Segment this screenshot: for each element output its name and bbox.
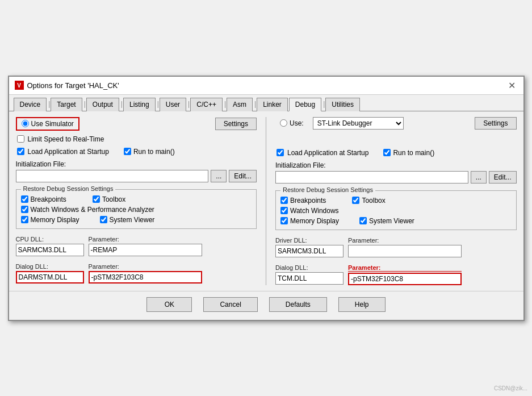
right-dialog-param-input[interactable] [348, 273, 462, 285]
panel-divider [266, 117, 266, 285]
tab-user[interactable]: User [160, 98, 186, 111]
right-driver-dll-section: Driver DLL: Parameter: [275, 237, 517, 257]
tab-asm[interactable]: Asm [227, 98, 253, 111]
right-system-viewer-label: System Viewer [369, 217, 414, 225]
right-restore-inner: Breakpoints Toolbox Watch Windows [280, 197, 512, 225]
left-toolbox-checkbox[interactable] [93, 195, 100, 203]
left-dialog-param-label: Parameter: [89, 263, 202, 270]
right-driver-dll-col: Driver DLL: [275, 237, 344, 257]
left-cpu-param-input[interactable] [89, 244, 202, 256]
help-button[interactable]: Help [338, 297, 386, 312]
right-toolbox-checkbox[interactable] [352, 197, 359, 204]
right-driver-param-input[interactable] [348, 245, 462, 257]
right-spacer [275, 134, 517, 144]
right-bp-toolbox-row: Breakpoints Toolbox [280, 197, 512, 205]
tab-cpp[interactable]: C/C++ [190, 98, 223, 111]
right-settings-button[interactable]: Settings [475, 117, 516, 130]
left-watch-checkbox[interactable] [21, 206, 28, 213]
right-driver-param-label: Parameter: [348, 237, 462, 244]
left-dialog-dll-col: Dialog DLL: [16, 263, 84, 284]
left-system-viewer-checkbox[interactable] [100, 216, 107, 223]
tab-linker[interactable]: Linker [257, 98, 288, 111]
left-dialog-param-col: Parameter: [89, 263, 202, 284]
left-cpu-dll-label: CPU DLL: [16, 236, 84, 243]
right-top-row: Use: ST-Link Debugger ▼ Settings [275, 117, 517, 130]
left-memory-label: Memory Display [31, 216, 79, 224]
left-run-to-main-label: Run to main() [133, 148, 175, 156]
left-load-row: Load Application at Startup Run to main(… [17, 148, 257, 156]
debugger-select[interactable]: ST-Link Debugger [313, 117, 404, 130]
left-init-file-label: Initialization File: [16, 160, 257, 168]
right-init-file-section: Initialization File: ... Edit... [275, 161, 517, 184]
left-run-to-main-checkbox[interactable] [124, 148, 131, 155]
left-breakpoints-label: Breakpoints [31, 195, 66, 203]
right-breakpoints-checkbox[interactable] [280, 197, 288, 204]
right-init-file-input[interactable] [275, 171, 468, 184]
left-dialog-dll-section: Dialog DLL: Parameter: [16, 263, 257, 284]
right-init-file-label: Initialization File: [275, 161, 517, 169]
left-edit-button[interactable]: Edit... [229, 170, 257, 182]
right-watch-checkbox[interactable] [280, 207, 288, 214]
right-load-app-label: Load Application at Startup [287, 149, 368, 157]
left-cpu-param-col: Parameter: [89, 236, 202, 256]
limit-speed-checkbox[interactable] [17, 135, 24, 143]
right-run-to-main-label: Run to main() [393, 149, 434, 157]
left-breakpoints-checkbox[interactable] [21, 195, 28, 203]
right-edit-button[interactable]: Edit... [489, 171, 517, 184]
right-memory-system-row: Memory Display System Viewer [280, 217, 512, 225]
left-init-file-section: Initialization File: ... Edit... [16, 160, 257, 182]
tab-output[interactable]: Output [86, 98, 119, 111]
left-memory-checkbox[interactable] [21, 216, 28, 223]
use-simulator-radio[interactable] [22, 120, 29, 127]
left-dialog-dll-input[interactable] [16, 271, 84, 284]
main-content: Use Simulator Settings Limit Speed to Re… [9, 111, 523, 291]
left-cpu-param-label: Parameter: [89, 236, 202, 243]
app-logo: V [15, 81, 24, 90]
left-restore-group: Restore Debug Session Settings Breakpoin… [16, 189, 257, 229]
dialog-window: V Options for Target 'HAL_CK' ✕ Device |… [8, 76, 525, 321]
left-load-app-checkbox[interactable] [17, 148, 24, 155]
left-browse-button[interactable]: ... [211, 170, 227, 182]
left-init-file-input[interactable] [16, 170, 209, 182]
tab-debug[interactable]: Debug [289, 98, 321, 111]
right-memory-label: Memory Display [290, 217, 339, 225]
ok-button[interactable]: OK [146, 297, 192, 312]
right-system-viewer-checkbox[interactable] [359, 217, 367, 224]
tab-device[interactable]: Device [14, 98, 47, 111]
tab-listing[interactable]: Listing [123, 98, 156, 111]
right-dialog-dll-label: Dialog DLL: [275, 264, 344, 271]
right-driver-dll-input[interactable] [275, 245, 344, 257]
use-simulator-box: Use Simulator [16, 117, 79, 131]
right-use-radio[interactable] [280, 119, 287, 127]
right-toolbox-label: Toolbox [362, 197, 385, 205]
title-bar: V Options for Target 'HAL_CK' ✕ [9, 77, 523, 95]
left-settings-button[interactable]: Settings [215, 118, 257, 130]
use-simulator-label: Use Simulator [31, 120, 74, 128]
right-use-box: Use: [275, 118, 308, 129]
left-init-file-input-row: ... Edit... [16, 170, 257, 182]
left-restore-inner: Breakpoints Toolbox Watch Windows & Perf… [21, 195, 252, 224]
right-browse-button[interactable]: ... [471, 171, 487, 184]
right-load-row: Load Application at Startup Run to main(… [277, 149, 517, 157]
left-dialog-param-input[interactable] [89, 271, 202, 284]
left-cpu-dll-row: CPU DLL: Parameter: [16, 236, 257, 256]
right-run-to-main-checkbox[interactable] [383, 149, 391, 156]
left-dialog-dll-label: Dialog DLL: [16, 263, 84, 270]
left-top-row: Use Simulator Settings [16, 117, 257, 131]
tab-target[interactable]: Target [51, 98, 82, 111]
right-panel: Use: ST-Link Debugger ▼ Settings Load Ap… [275, 117, 517, 285]
right-driver-dll-row: Driver DLL: Parameter: [275, 237, 517, 257]
right-dialog-param-label: Parameter: [348, 264, 462, 272]
footer: OK Cancel Defaults Help [9, 291, 523, 320]
cancel-button[interactable]: Cancel [203, 297, 257, 312]
right-watch-label: Watch Windows [290, 207, 339, 215]
close-button[interactable]: ✕ [506, 80, 518, 91]
left-cpu-dll-input[interactable] [16, 244, 84, 256]
defaults-button[interactable]: Defaults [269, 297, 327, 312]
tab-utilities[interactable]: Utilities [325, 98, 360, 111]
right-driver-param-col: Parameter: [348, 237, 462, 257]
left-bp-toolbox-row: Breakpoints Toolbox [21, 195, 252, 203]
right-memory-checkbox[interactable] [280, 217, 288, 224]
right-dialog-dll-input[interactable] [275, 272, 344, 285]
right-load-app-checkbox[interactable] [277, 149, 284, 156]
